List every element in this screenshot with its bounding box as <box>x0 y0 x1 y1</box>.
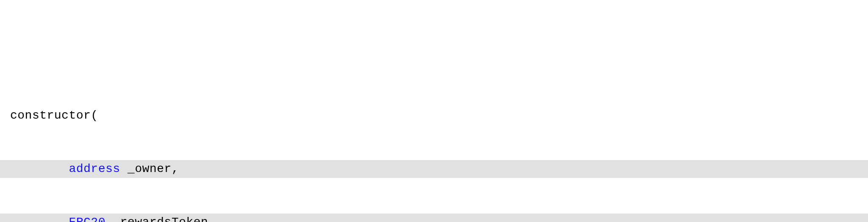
code-line-3: ERC20 _rewardsToken, <box>0 214 868 222</box>
type-keyword: address <box>69 162 120 175</box>
code-line-2: address _owner, <box>0 160 868 178</box>
param-name: _rewardsToken, <box>106 216 216 222</box>
code-token: constructor( <box>10 109 98 122</box>
code-block: constructor( address _owner, ERC20 _rewa… <box>0 71 868 222</box>
param-name: _owner, <box>120 162 179 175</box>
code-line-1: constructor( <box>0 107 868 125</box>
indent <box>10 162 69 175</box>
type-keyword: ERC20 <box>69 216 106 222</box>
indent <box>10 216 69 222</box>
